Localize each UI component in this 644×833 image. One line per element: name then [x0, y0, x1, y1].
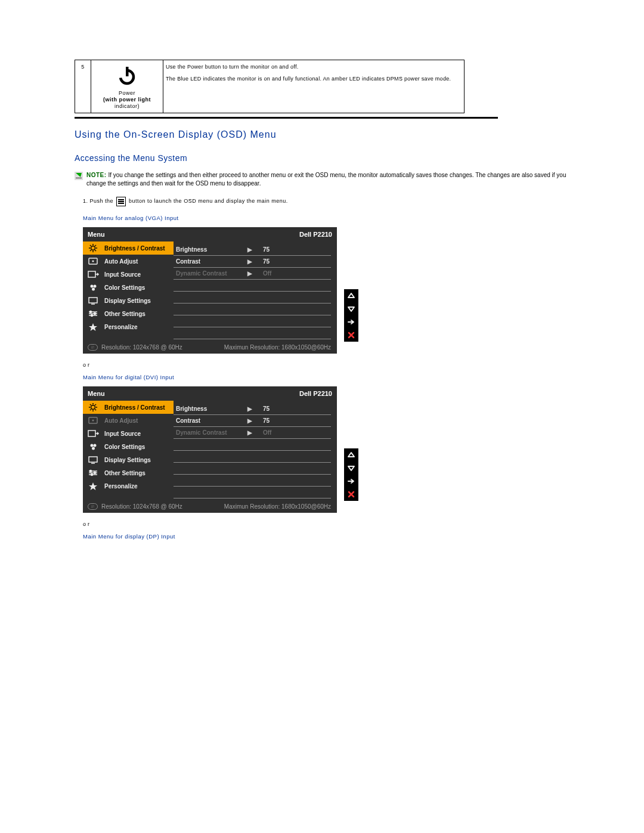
power-label-3: indicator) — [94, 103, 160, 110]
triangle-right-icon: ▶ — [247, 270, 258, 277]
svg-line-35 — [95, 404, 97, 405]
osd-submenu-row[interactable]: Dynamic Contrast ▶ Off — [174, 427, 331, 439]
osd-right-panel: Brightness ▶ 75 Contrast ▶ 75 Dynamic Co… — [174, 401, 337, 501]
osd-menu-item[interactable]: Color Settings — [83, 440, 174, 453]
osd-side-buttons-vga — [344, 289, 358, 342]
osd-menu-item[interactable]: Brightness / Contrast — [83, 401, 174, 414]
osd-submenu-row-empty: . — [174, 280, 331, 292]
osd-menu-item[interactable]: Personalize — [83, 320, 174, 333]
osd-nav-up-button[interactable] — [344, 289, 358, 302]
osd-menu-item[interactable]: Other Settings — [83, 466, 174, 479]
osd-menu-item[interactable]: Auto Adjust — [83, 414, 174, 427]
osd-submenu-row-empty: . — [174, 451, 331, 463]
power-icon-cell: Power (with power light indicator) — [91, 60, 163, 113]
svg-point-37 — [92, 420, 94, 422]
svg-rect-1 — [126, 67, 129, 76]
caption-dp: Main Menu for display (DP) Input — [83, 533, 569, 540]
osd-left-menu: Brightness / Contrast Auto Adjust Input … — [83, 241, 174, 342]
osd-footer-max: Maximun Resolution: 1680x1050@60Hz — [224, 503, 331, 510]
power-icon — [116, 65, 138, 86]
osd-menu-item[interactable]: Auto Adjust — [83, 255, 174, 268]
svg-line-32 — [90, 404, 91, 405]
osd-row-value: 75 — [258, 258, 287, 265]
personalize-icon — [86, 322, 100, 332]
power-label-1: Power — [94, 90, 160, 97]
svg-point-26 — [91, 315, 93, 317]
osd-panel-vga-wrap: Menu Dell P2210 Brightness / Contrast Au… — [83, 227, 569, 354]
svg-line-34 — [90, 410, 91, 411]
osd-menu-label: Other Settings — [104, 470, 145, 476]
osd-menu-label: Personalize — [104, 324, 138, 330]
osd-menu-item[interactable]: Other Settings — [83, 307, 174, 320]
svg-point-16 — [91, 285, 94, 288]
osd-menu-item[interactable]: Display Settings — [83, 453, 174, 466]
osd-nav-enter-button[interactable] — [344, 475, 358, 488]
svg-rect-15 — [88, 271, 95, 277]
svg-point-41 — [92, 447, 95, 450]
svg-point-47 — [90, 470, 92, 472]
svg-point-39 — [91, 444, 94, 447]
osd-nav-down-button[interactable] — [344, 302, 358, 315]
or-text-1: or — [83, 362, 569, 368]
osd-submenu-row-empty: . — [174, 292, 331, 304]
osd-title-menu: Menu — [88, 231, 105, 238]
triangle-right-icon: ▶ — [247, 246, 258, 253]
osd-title-bar: Menu Dell P2210 — [83, 227, 337, 241]
power-description: Use the Power button to turn the monitor… — [163, 60, 465, 113]
osd-submenu-row[interactable]: Dynamic Contrast ▶ Off — [174, 268, 331, 280]
note-icon — [75, 172, 83, 180]
osd-menu-item[interactable]: Display Settings — [83, 294, 174, 307]
triangle-right-icon: ▶ — [247, 417, 258, 424]
osd-menu-item[interactable]: Brightness / Contrast — [83, 241, 174, 255]
osd-nav-up-button[interactable] — [344, 448, 358, 462]
input-source-icon — [86, 429, 100, 438]
osd-nav-down-button[interactable] — [344, 462, 358, 475]
svg-rect-38 — [88, 431, 95, 436]
color-settings-icon — [86, 442, 100, 451]
osd-menu-item[interactable]: Personalize — [83, 479, 174, 493]
osd-nav-exit-button[interactable] — [344, 329, 358, 342]
osd-side-buttons-dvi — [344, 448, 358, 501]
triangle-right-icon: ▶ — [247, 258, 258, 265]
svg-point-17 — [94, 285, 97, 288]
osd-left-menu: Brightness / Contrast Auto Adjust Input … — [83, 401, 174, 501]
osd-menu-item[interactable]: Color Settings — [83, 281, 174, 294]
triangle-right-icon: ▶ — [247, 405, 258, 412]
osd-nav-enter-button[interactable] — [344, 315, 358, 329]
caption-vga: Main Menu for analog (VGA) Input — [83, 215, 569, 221]
heading-osd-menu: Using the On-Screen Display (OSD) Menu — [75, 129, 569, 140]
osd-submenu-row[interactable]: Contrast ▶ 75 — [174, 256, 331, 268]
input-source-icon — [86, 270, 100, 279]
osd-menu-label: Auto Adjust — [104, 258, 138, 265]
osd-menu-label: Brightness / Contrast — [104, 245, 165, 252]
osd-menu-item[interactable]: Input Source — [83, 427, 174, 440]
heading-accessing: Accessing the Menu System — [75, 153, 569, 163]
osd-menu-item[interactable]: Input Source — [83, 268, 174, 281]
osd-row-label: Brightness — [174, 246, 247, 253]
osd-submenu-row-empty: . — [174, 327, 331, 339]
osd-panel-vga: Menu Dell P2210 Brightness / Contrast Au… — [83, 227, 337, 354]
osd-title-bar: Menu Dell P2210 — [83, 386, 337, 401]
triangle-right-icon: ▶ — [247, 429, 258, 436]
note-label: NOTE: — [86, 172, 107, 178]
osd-title-model: Dell P2210 — [299, 231, 332, 238]
osd-row-value: 75 — [258, 417, 287, 424]
svg-point-24 — [90, 311, 92, 313]
osd-row-value: Off — [258, 429, 287, 436]
osd-panel-dvi: Menu Dell P2210 Brightness / Contrast Au… — [83, 386, 337, 513]
osd-row-value: 75 — [258, 405, 287, 412]
osd-nav-exit-button[interactable] — [344, 488, 358, 501]
osd-submenu-row[interactable]: Brightness ▶ 75 — [174, 403, 331, 415]
osd-row-label: Contrast — [174, 417, 247, 424]
svg-point-40 — [94, 444, 97, 447]
osd-submenu-row[interactable]: Contrast ▶ 75 — [174, 415, 331, 427]
power-label-2: (with power light — [94, 97, 160, 103]
osd-menu-label: Input Source — [104, 431, 141, 437]
svg-rect-19 — [89, 298, 97, 303]
osd-footer-res: Resolution: 1024x768 @ 60Hz — [101, 503, 182, 510]
osd-submenu-row[interactable]: Brightness ▶ 75 — [174, 244, 331, 256]
osd-row-label: Contrast — [174, 258, 247, 265]
osd-footer-max: Maximun Resolution: 1680x1050@60Hz — [224, 344, 331, 351]
svg-point-48 — [94, 472, 96, 474]
step-1: 1. Push the button to launch the OSD men… — [75, 197, 569, 206]
